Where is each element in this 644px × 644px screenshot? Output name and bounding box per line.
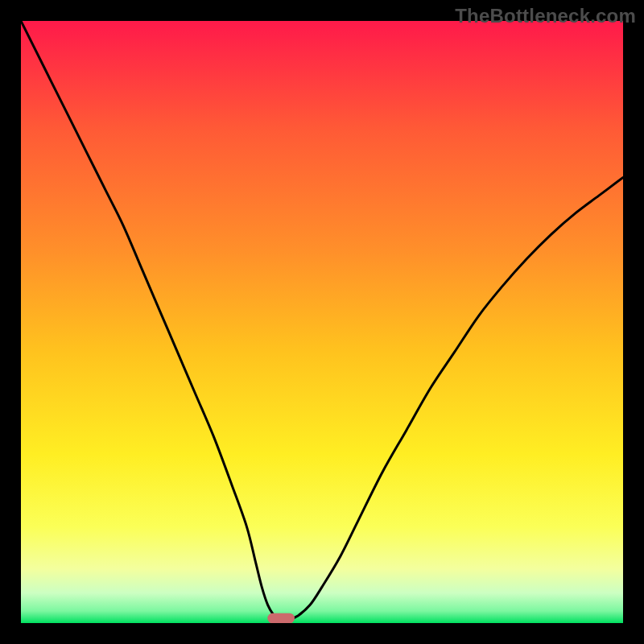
chart-svg [21,21,623,623]
marker-group [267,613,295,623]
gradient-background [21,21,623,623]
watermark-text: TheBottleneck.com [455,5,636,27]
chart-container: TheBottleneck.com [0,0,644,644]
optimal-marker [267,613,295,623]
plot-area [21,21,623,623]
